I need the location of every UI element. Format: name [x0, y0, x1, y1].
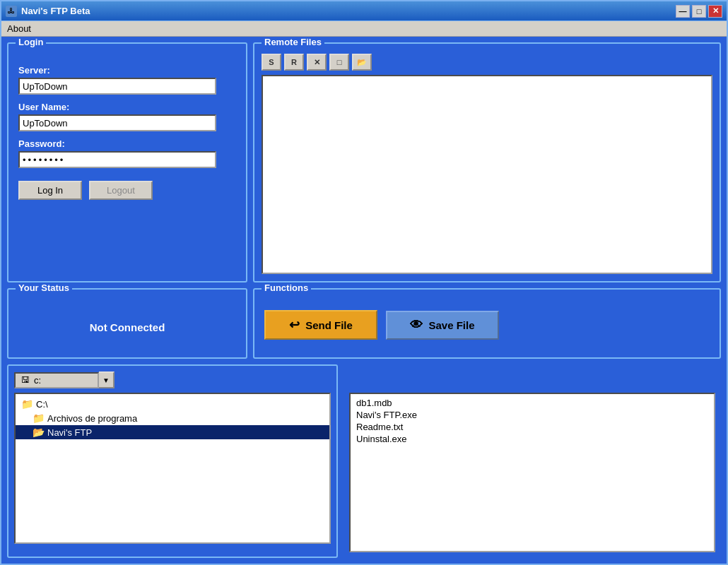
maximize-button[interactable]: □ — [692, 5, 706, 18]
status-value: Not Connected — [90, 321, 165, 333]
folder-tree[interactable]: 📁 C:\ 📁 Archivos de programa 📂 Navi's FT… — [14, 393, 331, 544]
top-row: Login Server: User Name: Password: Log I… — [7, 42, 721, 282]
auth-buttons: Log In Logout — [18, 181, 236, 200]
functions-panel: Functions ↩ Send File 👁 Save File — [253, 288, 721, 359]
remote-panel-label: Remote Files — [262, 37, 324, 47]
server-label: Server: — [18, 65, 236, 76]
file-item[interactable]: Uninstal.exe — [355, 433, 710, 445]
eye-icon: 👁 — [410, 318, 423, 333]
minimize-button[interactable]: — — [676, 5, 690, 18]
save-file-label: Save File — [428, 319, 474, 331]
file-name: db1.mdb — [356, 398, 392, 408]
folder-open-icon: 📂 — [33, 427, 45, 438]
password-input[interactable] — [18, 151, 216, 168]
window-title: Navi's FTP Beta — [21, 6, 90, 16]
main-content: Login Server: User Name: Password: Log I… — [1, 37, 727, 564]
drive-icon: 🖫 — [21, 375, 30, 385]
logout-button[interactable]: Logout — [89, 181, 153, 200]
local-files-panel: 🖫 c: ▼ 📁 C:\ 📁 Archivos de programa — [7, 364, 338, 558]
file-name: Uninstal.exe — [356, 434, 407, 444]
send-file-label: Send File — [305, 319, 353, 331]
login-panel-label: Login — [16, 37, 46, 47]
status-panel: Your Status Not Connected — [7, 288, 247, 359]
main-window: 🖧 Navi's FTP Beta — □ ✕ About Login Serv… — [0, 0, 728, 565]
username-input[interactable] — [18, 114, 216, 131]
tree-item[interactable]: 📁 C:\ — [16, 397, 329, 411]
bottom-row: 🖫 c: ▼ 📁 C:\ 📁 Archivos de programa — [7, 364, 721, 558]
menu-bar: About — [1, 21, 727, 37]
remote-btn-s[interactable]: S — [262, 54, 281, 71]
folder-icon: 📁 — [33, 412, 45, 424]
title-bar: 🖧 Navi's FTP Beta — □ ✕ — [1, 1, 727, 21]
remote-files-panel: Remote Files S R ✕ □ 📂 — [253, 42, 721, 282]
functions-panel-label: Functions — [262, 282, 311, 293]
app-icon: 🖧 — [6, 6, 17, 17]
file-name: Readme.txt — [356, 422, 403, 432]
drive-label: c: — [34, 375, 41, 386]
file-name: Navi's FTP.exe — [356, 410, 417, 420]
tree-item-label: Navi's FTP — [47, 427, 92, 438]
remote-toolbar: S R ✕ □ 📂 — [262, 54, 712, 71]
file-list[interactable]: db1.mdb Navi's FTP.exe Readme.txt Uninst… — [349, 393, 715, 552]
middle-row: Your Status Not Connected Functions ↩ Se… — [7, 288, 721, 359]
title-bar-left: 🖧 Navi's FTP Beta — [6, 6, 90, 17]
server-input[interactable] — [18, 78, 216, 95]
file-item[interactable]: Readme.txt — [355, 421, 710, 433]
drive-selector: 🖫 c: ▼ — [14, 371, 331, 388]
folder-icon: 📁 — [21, 398, 33, 410]
folder-open-icon: 📂 — [357, 58, 367, 67]
status-panel-label: Your Status — [16, 282, 72, 293]
remote-btn-blank[interactable]: □ — [329, 54, 349, 71]
menu-about[interactable]: About — [7, 23, 31, 34]
send-file-button[interactable]: ↩ Send File — [264, 310, 377, 340]
remote-btn-x[interactable]: ✕ — [307, 54, 327, 71]
send-icon: ↩ — [289, 317, 300, 333]
tree-item-label: C:\ — [36, 399, 48, 410]
password-label: Password: — [18, 138, 236, 149]
remote-btn-r[interactable]: R — [284, 54, 304, 71]
tree-item-label: Archivos de programa — [47, 413, 137, 424]
drive-display: 🖫 c: — [14, 372, 99, 388]
drive-dropdown-button[interactable]: ▼ — [99, 371, 115, 388]
tree-item-selected[interactable]: 📂 Navi's FTP — [16, 425, 329, 439]
files-panel: db1.mdb Navi's FTP.exe Readme.txt Uninst… — [344, 364, 721, 558]
close-button[interactable]: ✕ — [708, 5, 722, 18]
title-buttons: — □ ✕ — [676, 5, 722, 18]
file-item[interactable]: db1.mdb — [355, 397, 710, 409]
file-item[interactable]: Navi's FTP.exe — [355, 409, 710, 421]
login-panel: Login Server: User Name: Password: Log I… — [7, 42, 247, 282]
login-button[interactable]: Log In — [18, 181, 82, 200]
tree-item[interactable]: 📁 Archivos de programa — [16, 411, 329, 425]
remote-file-list[interactable] — [262, 75, 712, 274]
save-file-button[interactable]: 👁 Save File — [386, 311, 499, 340]
username-label: User Name: — [18, 102, 236, 112]
remote-btn-folder[interactable]: 📂 — [352, 54, 372, 71]
